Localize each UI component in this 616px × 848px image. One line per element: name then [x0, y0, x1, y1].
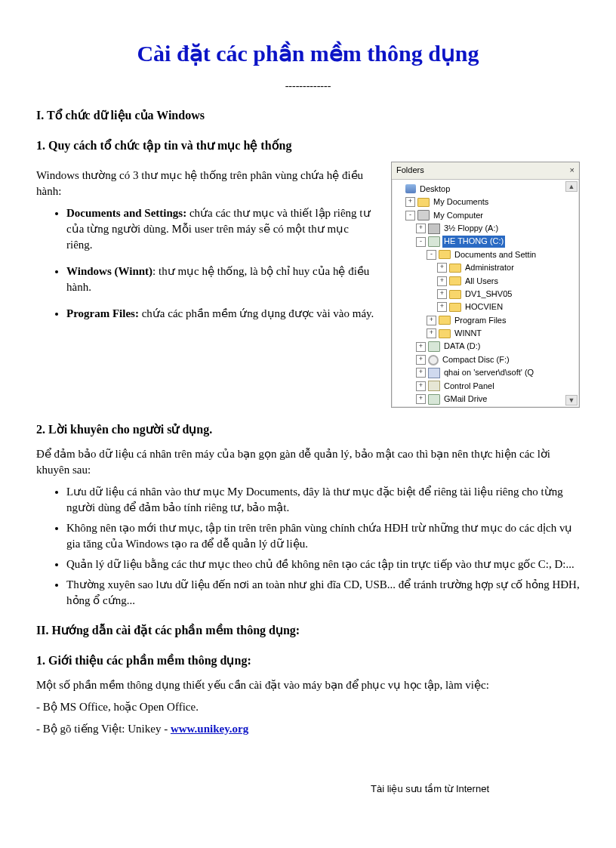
tree-node-label[interactable]: Administrator — [464, 262, 516, 273]
expand-icon[interactable]: + — [437, 289, 447, 299]
folder-icon — [439, 250, 451, 259]
tree-node-label[interactable]: Compact Disc (F:) — [441, 354, 511, 365]
tree-node[interactable]: +My Documents — [395, 196, 578, 208]
section-2-heading: II. Hướng dẫn cài đặt các phần mềm thông… — [36, 622, 580, 639]
tree-node-label[interactable]: GMail Drive — [442, 393, 488, 405]
section-1-1-list: Documents and Settings: chứa các thư mục… — [36, 205, 377, 322]
tree-node-label[interactable]: DV1_SHV05 — [464, 288, 513, 300]
bullet-text: chứa các phần mềm ứng dụng được vài vào … — [139, 307, 374, 319]
tree-node[interactable]: +WINNT — [395, 327, 578, 340]
tree-node-label[interactable]: WINNT — [453, 328, 483, 339]
tree-node-label[interactable]: Desktop — [418, 183, 451, 195]
drive-icon — [428, 394, 440, 405]
divider: ------------- — [36, 79, 580, 94]
folder-icon — [449, 264, 461, 273]
expand-icon[interactable]: + — [437, 263, 447, 273]
footer-text: Tài liệu sưu tầm từ Internet — [36, 782, 580, 796]
tree-node-label[interactable]: HE THONG (C:) — [442, 236, 505, 247]
expand-icon[interactable]: + — [427, 328, 436, 338]
expand-icon[interactable]: + — [427, 316, 436, 325]
scroll-up-icon[interactable]: ▲ — [565, 181, 578, 192]
tree-node-label[interactable]: Control Panel — [442, 381, 496, 392]
tree-node[interactable]: +GMail Drive — [395, 393, 578, 405]
folder-icon — [439, 316, 451, 325]
floppy-icon — [428, 224, 440, 234]
close-icon[interactable]: × — [570, 165, 574, 176]
tree-node[interactable]: +Program Files — [395, 314, 578, 327]
folder-tree[interactable]: ▲ ▼ Desktop+My Documents-My Computer+3½ … — [392, 180, 579, 408]
collapse-icon[interactable]: - — [405, 211, 415, 220]
expand-icon[interactable]: + — [416, 381, 426, 391]
folder-icon — [417, 198, 430, 207]
tree-node[interactable]: +HOCVIEN — [395, 301, 578, 313]
folders-title: Folders — [396, 165, 424, 176]
scroll-down-icon[interactable]: ▼ — [565, 395, 578, 405]
collapse-icon[interactable]: - — [416, 237, 426, 247]
tree-node-label[interactable]: Documents and Settin — [453, 249, 537, 261]
software-line-1: - Bộ MS Office, hoặc Open Office. — [36, 699, 580, 715]
unikey-link[interactable]: www.unikey.org — [171, 723, 248, 735]
tree-node[interactable]: Desktop — [395, 183, 578, 196]
tree-node-label[interactable]: HOCVIEN — [464, 301, 504, 313]
ctrl-icon — [428, 381, 440, 391]
section-1-2-list: Lưu dữ liệu cá nhân vào thư mục My Docum… — [36, 484, 580, 609]
bullet-bold: Windows (Winnt) — [66, 265, 152, 277]
tree-node[interactable]: -My Computer — [395, 209, 578, 222]
tree-node-label[interactable]: DATA (D:) — [442, 341, 482, 352]
collapse-icon[interactable]: - — [427, 250, 436, 260]
drive-icon — [428, 236, 440, 247]
expand-icon[interactable]: + — [437, 302, 447, 312]
tree-node[interactable]: +All Users — [395, 275, 578, 288]
tree-node[interactable]: +Control Panel — [395, 380, 578, 393]
section-1-2-intro: Để đảm bảo dữ liệu cá nhân trên máy của … — [36, 446, 580, 478]
tree-node[interactable]: +Administrator — [395, 261, 578, 274]
folder-icon — [439, 329, 451, 338]
bullet-bold: Documents and Settings: — [66, 207, 186, 219]
list-item: Lưu dữ liệu cá nhân vào thư mục My Docum… — [66, 484, 580, 516]
folder-icon — [449, 276, 461, 285]
expand-icon[interactable]: + — [416, 342, 426, 352]
expand-icon[interactable]: + — [416, 368, 426, 378]
drive-icon — [428, 341, 440, 352]
tree-node[interactable]: +3½ Floppy (A:) — [395, 222, 578, 235]
line2-prefix: - Bộ gõ tiếng Việt: Unikey - — [36, 723, 171, 735]
section-1-1-intro: Windows thường có 3 thư mục hệ thống trê… — [36, 168, 377, 199]
tree-node-label[interactable]: Program Files — [453, 315, 507, 326]
list-item: Không nên tạo mới thư mục, tập tin trên … — [66, 520, 580, 552]
folders-header: Folders × — [392, 162, 579, 179]
folders-panel: Folders × ▲ ▼ Desktop+My Documents-My Co… — [391, 162, 580, 408]
list-item: Windows (Winnt): thư mục hệ thống, là bộ… — [66, 264, 377, 295]
tree-node-label[interactable]: 3½ Floppy (A:) — [442, 223, 500, 234]
network-icon — [428, 368, 440, 378]
expand-icon[interactable]: + — [416, 394, 426, 404]
tree-node-label[interactable]: All Users — [464, 276, 500, 287]
tree-node[interactable]: +DATA (D:) — [395, 340, 578, 353]
desktop-icon — [405, 184, 416, 193]
tree-node[interactable]: +qhai on 'server\d\soft' (Q — [395, 366, 578, 379]
expand-icon[interactable]: + — [405, 197, 415, 207]
list-item: Documents and Settings: chứa các thư mục… — [66, 205, 377, 253]
tree-node-label[interactable]: My Documents — [432, 196, 490, 208]
computer-icon — [417, 210, 430, 220]
cd-icon — [428, 355, 439, 365]
section-2-1-intro: Một số phần mềm thông dụng thiết yếu cần… — [36, 677, 580, 693]
section-2-1-heading: 1. Giới thiệu các phần mềm thông dụng: — [36, 652, 580, 669]
tree-node-label[interactable]: qhai on 'server\d\soft' (Q — [442, 367, 535, 378]
software-line-2: - Bộ gõ tiếng Việt: Unikey - www.unikey.… — [36, 721, 580, 737]
expand-icon[interactable]: + — [416, 224, 426, 233]
tree-node[interactable]: -Documents and Settin — [395, 248, 578, 261]
folder-icon — [449, 290, 461, 299]
expand-icon[interactable]: + — [416, 355, 426, 365]
folder-icon — [449, 303, 461, 312]
section-1-2-heading: 2. Lời khuyên cho người sử dụng. — [36, 421, 580, 438]
expand-icon[interactable]: + — [437, 276, 447, 286]
section-1-1-heading: 1. Quy cách tổ chức tập tin và thư mục h… — [36, 137, 580, 154]
tree-node[interactable]: +DV1_SHV05 — [395, 288, 578, 301]
expand-placeholder — [395, 185, 403, 193]
list-item: Quản lý dữ liệu bằng các thư mục theo ch… — [66, 557, 580, 572]
tree-node-label[interactable]: My Computer — [432, 210, 485, 221]
tree-node[interactable]: -HE THONG (C:) — [395, 235, 578, 248]
list-item: Program Files: chứa các phần mềm ứng dụn… — [66, 306, 377, 322]
tree-node[interactable]: +Compact Disc (F:) — [395, 353, 578, 366]
list-item: Thường xuyên sao lưu dữ liệu đến nơi an … — [66, 577, 580, 609]
